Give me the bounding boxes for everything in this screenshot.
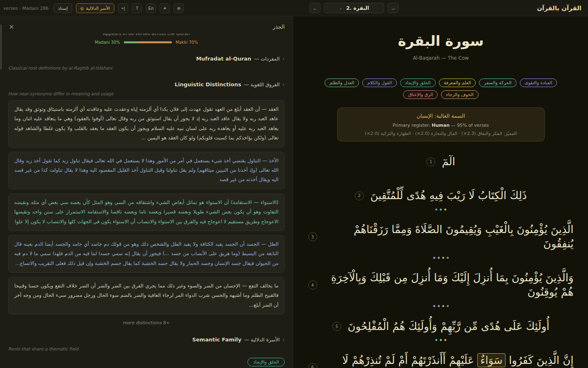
distinction-card[interactable]: ما يخالف النفع — الإحسان من الضر والسوء … [8,277,285,314]
theme-sun-icon[interactable]: ☀ [160,3,170,13]
makki-bar-segment [138,41,172,43]
verse-number[interactable]: 2 [355,191,364,200]
verse-number[interactable]: 1 [426,157,435,166]
app-title: القرآن بالقرآن [537,4,581,12]
root-dot-row [308,206,574,212]
theme-tag-row: العبادة والتقوىالحركة والسفرالعلم والمعر… [308,79,574,99]
distinction-card[interactable]: (الاستواء — الاستقامة) أن الاستواء هو تم… [8,193,285,231]
root-dot-row [308,173,574,178]
verse-word[interactable]: ذَلِكَ الْكِتَابُ لَا رَيْبَ فِيهِ هُدًى… [370,189,527,202]
target-icon: ◎ [80,6,84,11]
theme-tag[interactable]: العبادة والتقوى [520,79,557,87]
root-dot[interactable] [433,257,435,259]
theme-tag[interactable]: العلم والمعرفة [439,79,476,87]
icon-button-group: +| T En ☀ ⊕ [118,3,184,13]
chevron-left-icon: ‹ [283,56,285,62]
verse-word[interactable]: الٓمٓ [442,155,455,168]
surah-select-value: 2. البقرة [346,5,369,11]
verse-word[interactable]: سَوَاءٌ [477,353,506,367]
prev-surah-button[interactable]: ← [310,3,321,13]
verse-row: الٓمٓ 1 [308,155,574,178]
makki-label: Makki 70% [176,40,198,45]
surah-subtitle: Al-Baqarah — The Cow [308,55,574,61]
theme-tag[interactable]: الحركة والسفر [479,79,516,87]
root-dot[interactable] [433,305,435,307]
next-surah-button[interactable]: → [388,3,399,13]
verse-number[interactable]: 6 [308,363,317,368]
verse-number[interactable]: 4 [308,280,317,289]
root-dot[interactable] [440,339,442,341]
section-title-ar: — الأسرة الدلالية [244,337,280,343]
verse-row: وَالَّذِينَ يُؤْمِنُونَ بِمَا أُنزِلَ إِ… [308,271,574,309]
root-dot[interactable] [438,257,440,259]
text-style-icon[interactable]: T [132,3,142,13]
isnad-button[interactable]: إسناد [53,3,72,13]
verse-number[interactable]: 3 [308,232,317,241]
chevron-down-icon: ⌄ [339,6,342,10]
section-title-en: Mufradat al-Quran [196,56,251,62]
semantic-families-label: الأسر الدلالية [86,6,110,11]
register-line: Primary register: Human — 95% of verses [344,123,538,128]
section-semantic-family[interactable]: Semantic Family — الأسرة الدلالية ‹ [8,337,285,343]
verse-text: أُولَئِكَ عَلَى هُدًى مِّن رَّبِّهِمْ وَ… [348,319,550,334]
verse-word[interactable]: أُولَئِكَ عَلَى هُدًى مِّن رَّبِّهِمْ وَ… [348,320,550,332]
verse-text: ذَلِكَ الْكِتَابُ لَا رَيْبَ فِيهِ هُدًى… [370,188,527,203]
verse-text: الَّذِينَ يُؤْمِنُونَ بِالْغَيْبِ وَيُقِ… [324,222,574,251]
root-dot-row [308,303,574,309]
distinction-cards: العقد — أن العقد أبلغ من العهد تقول عهدت… [8,100,285,314]
register-box: السمة الغالبة: الإنسان Primary register:… [337,108,545,141]
semantic-families-button[interactable]: ◎ الأسر الدلالية [76,3,114,13]
more-distinctions-link[interactable]: more distinctions 8+ [8,320,285,325]
root-dot-row [308,255,574,260]
verse-word[interactable]: وَالَّذِينَ يُؤْمِنُونَ بِمَا أُنزِلَ إِ… [331,272,574,298]
verse-word[interactable]: إِنَّ الَّذِينَ كَفَرُوا [506,354,574,366]
register-distinctive: المميّز: المكر والنفاق (2.3×) · المال وا… [344,131,538,136]
quran-view: سورة البقرة Al-Baqarah — The Cow العبادة… [294,16,588,368]
theme-tag[interactable]: القول والكلام [362,79,396,87]
globe-icon[interactable]: ⊕ [174,3,184,13]
english-toggle-icon[interactable]: En [146,3,156,13]
section-subtitle: How near-synonyms differ in meaning and … [8,91,285,96]
theme-tag[interactable]: الرق والإعتاق [403,90,438,99]
theme-tag[interactable]: العدل والظلم [325,79,359,87]
verse-number[interactable]: 5 [332,322,341,331]
section-title-en: Semantic Family [192,337,241,343]
root-dot[interactable] [435,209,437,211]
verse-word[interactable]: الَّذِينَ يُؤْمِنُونَ بِالْغَيْبِ وَيُقِ… [354,223,573,250]
root-dot[interactable] [442,305,444,307]
theme-tag[interactable]: الخوف والرجاء [441,90,478,99]
root-dot[interactable] [442,257,444,259]
root-dot[interactable] [444,339,446,341]
appears-count-text: Appears in 66 verses across the Quran [8,34,285,36]
root-dot[interactable] [444,209,446,211]
close-icon[interactable]: ✕ [9,23,14,31]
root-dot[interactable] [440,209,442,211]
theme-tag[interactable]: الخلق والإيجاد [400,79,436,87]
root-dot[interactable] [447,305,449,307]
root-panel: ✕ الجذر Appears in 66 verses across the … [0,16,293,368]
root-dot-row [308,337,574,343]
section-mufradat[interactable]: Mufradat al-Quran — المفردات ‹ [8,56,285,62]
distribution-bar [124,41,172,43]
chevron-left-icon: ‹ [283,81,285,88]
verse-row: الَّذِينَ يُؤْمِنُونَ بِالْغَيْبِ وَيُقِ… [308,222,574,260]
section-title-ar: — المفردات [254,56,279,62]
distinction-card[interactable]: العقد — أن العقد أبلغ من العهد تقول عهدت… [8,100,285,148]
verse-list: الٓمٓ 1 ذَلِكَ الْكِتَابُ لَا رَيْبَ فِي… [308,155,574,368]
family-tag-row: الخلق والإيجاد [8,357,285,366]
distinction-card[interactable]: الأخذ — التناول يقتضي أخذ شيء يستعمل في … [8,152,285,189]
distinction-card[interactable]: الظل — الجسد أن الجسد يفيد الكثافة ولا ي… [8,235,285,273]
section-distinctions[interactable]: Linguistic Distinctions — الفروق اللغوية… [8,81,285,88]
root-dot[interactable] [435,339,437,341]
font-size-icon[interactable]: +| [118,3,128,13]
surah-select[interactable]: ⌄ 2. البقرة [324,3,384,13]
madani-makki-distribution: Madani 30% Makki 70% [8,40,285,45]
root-dot[interactable] [438,305,440,307]
verse-text: إِنَّ الَّذِينَ كَفَرُوا سَوَاءٌ عَلَيْه… [324,353,574,368]
root-dot[interactable] [447,257,449,259]
section-subtitle: Roots that share a thematic field [8,346,285,351]
section-title-en: Linguistic Distinctions [175,81,241,88]
topbar: القرآن بالقرآن ← ⌄ 2. البقرة → verses · … [0,0,588,16]
chevron-left-icon: ‹ [283,337,285,343]
family-theme-tag[interactable]: الخلق والإيجاد [247,358,285,366]
